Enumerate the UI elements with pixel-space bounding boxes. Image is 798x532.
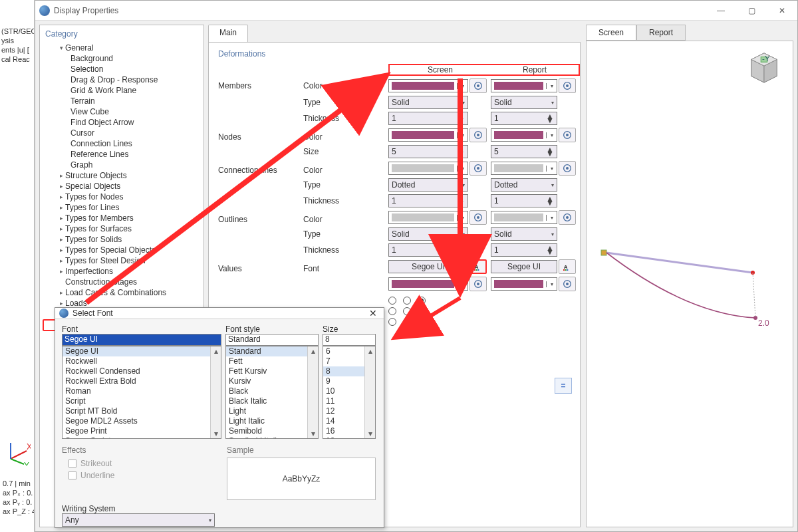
- out-color-screen[interactable]: ▾: [388, 211, 468, 224]
- tree-dragdrop[interactable]: Drag & Drop - Response: [43, 74, 203, 85]
- list-item[interactable]: Light Italic: [226, 416, 318, 426]
- tree-cursor[interactable]: Cursor: [43, 128, 203, 138]
- list-item[interactable]: Fett Kursiv: [226, 366, 318, 376]
- tree-structobj[interactable]: ▸Structure Objects: [43, 170, 203, 181]
- values-font-screen[interactable]: Segoe UI: [388, 260, 468, 273]
- list-item[interactable]: Black Italic: [226, 396, 318, 406]
- strikeout-checkbox[interactable]: Strikeout: [68, 458, 215, 469]
- list-item[interactable]: Semibold: [226, 426, 318, 436]
- out-type-report[interactable]: Solid▾: [491, 227, 557, 241]
- out-thick-screen[interactable]: 1▲▼: [388, 243, 468, 257]
- visibility-icon[interactable]: [559, 277, 576, 291]
- underline-checkbox[interactable]: Underline: [68, 469, 215, 481]
- tree-terrain[interactable]: Terrain: [43, 96, 203, 106]
- visibility-icon[interactable]: [469, 277, 487, 291]
- style-list[interactable]: StandardFettFett KursivKursivBlackBlack …: [225, 346, 319, 439]
- conn-color-report[interactable]: ▾: [491, 162, 557, 175]
- tree-tsolids[interactable]: ▸Types for Solids: [43, 234, 203, 245]
- list-item[interactable]: Standard: [226, 346, 318, 356]
- minimize-button[interactable]: —: [706, 1, 736, 21]
- list-item[interactable]: Kursiv: [226, 376, 318, 386]
- list-item[interactable]: Roman: [63, 386, 221, 396]
- radio-row-1-screen[interactable]: [388, 297, 426, 305]
- members-type-report[interactable]: Solid▾: [491, 96, 557, 109]
- font-list[interactable]: Segoe UIRockwellRockwell CondensedRockwe…: [62, 346, 221, 439]
- conn-type-screen[interactable]: Dotted▾: [388, 178, 468, 192]
- tree-general[interactable]: ▾General: [43, 43, 203, 53]
- values-color-report[interactable]: ▾: [491, 277, 557, 291]
- tree-tmembers[interactable]: ▸Types for Members: [43, 213, 203, 223]
- tree-specobj[interactable]: ▸Special Objects: [43, 181, 203, 192]
- font-name-input[interactable]: Segoe UI: [62, 334, 221, 346]
- tree-selection[interactable]: Selection: [43, 64, 203, 74]
- list-item[interactable]: Segoe Script: [63, 436, 221, 439]
- tree-background[interactable]: Background: [43, 53, 203, 64]
- tree-cstages[interactable]: Construction Stages: [43, 277, 203, 287]
- members-color-screen[interactable]: ▾: [388, 79, 468, 92]
- values-font-report[interactable]: Segoe UI: [491, 260, 557, 273]
- members-thick-report[interactable]: 1▲▼: [491, 112, 557, 125]
- list-item[interactable]: Segoe MDL2 Assets: [63, 416, 221, 426]
- view-cube-icon[interactable]: -Y: [745, 51, 783, 84]
- members-thick-screen[interactable]: 1▲▼: [388, 112, 468, 125]
- list-item[interactable]: Segoe Print: [63, 426, 221, 436]
- list-item[interactable]: Semibold Italic: [226, 436, 318, 439]
- list-item[interactable]: Script MT Bold: [63, 406, 221, 416]
- visibility-icon[interactable]: [469, 78, 487, 93]
- nodes-color-report[interactable]: ▾: [491, 128, 557, 142]
- conn-thick-report[interactable]: 1▲▼: [491, 194, 557, 207]
- tree-tsurfaces[interactable]: ▸Types for Surfaces: [43, 223, 203, 234]
- visibility-icon[interactable]: [469, 161, 487, 176]
- list-item[interactable]: Rockwell: [63, 356, 221, 366]
- conn-type-report[interactable]: Dotted▾: [491, 178, 557, 192]
- close-button[interactable]: ✕: [767, 1, 797, 21]
- members-type-screen[interactable]: Solid▾: [388, 96, 468, 109]
- tab-main[interactable]: Main: [208, 25, 248, 42]
- conn-thick-screen[interactable]: 1▲▼: [388, 194, 468, 207]
- sync-button[interactable]: =: [555, 378, 572, 394]
- tree-tspecobj[interactable]: ▸Types for Special Objects: [43, 245, 203, 255]
- visibility-icon[interactable]: [469, 210, 487, 225]
- out-type-screen[interactable]: Solid▾: [388, 227, 468, 241]
- tree-loadcases[interactable]: ▸Load Cases & Combinations: [43, 287, 203, 298]
- tree-reflines[interactable]: Reference Lines: [43, 149, 203, 160]
- font-size-input[interactable]: 8: [323, 334, 376, 346]
- nodes-size-screen[interactable]: 5▲▼: [388, 145, 468, 158]
- list-item[interactable]: Light: [226, 406, 318, 416]
- visibility-icon[interactable]: [559, 78, 576, 93]
- tree-connlines[interactable]: Connection Lines: [43, 138, 203, 149]
- nodes-size-report[interactable]: 5▲▼: [491, 145, 557, 158]
- writing-system-combo[interactable]: Any▾: [62, 513, 215, 527]
- list-item[interactable]: Rockwell Condensed: [63, 366, 221, 376]
- tree-findobj[interactable]: Find Object Arrow: [43, 117, 203, 128]
- tree-graph[interactable]: Graph: [43, 160, 203, 170]
- radio-row-2-screen[interactable]: [388, 307, 426, 315]
- nodes-color-screen[interactable]: ▾: [388, 128, 468, 142]
- preview-tab-screen[interactable]: Screen: [586, 25, 636, 41]
- close-button[interactable]: ✕: [362, 308, 384, 319]
- tree-tnodes[interactable]: ▸Types for Nodes: [43, 192, 203, 202]
- out-color-report[interactable]: ▾: [491, 211, 557, 224]
- members-color-report[interactable]: ▾: [491, 79, 557, 92]
- tree-imperf[interactable]: ▸Imperfections: [43, 266, 203, 277]
- font-button-screen[interactable]: A: [469, 259, 487, 274]
- visibility-icon[interactable]: [559, 210, 576, 225]
- visibility-icon[interactable]: [469, 128, 487, 142]
- font-style-input[interactable]: Standard: [225, 334, 319, 346]
- size-list[interactable]: 6789101112141618▴▾: [323, 346, 376, 439]
- list-item[interactable]: Script: [63, 396, 221, 406]
- preview-tab-report[interactable]: Report: [636, 25, 686, 41]
- tree-viewcube[interactable]: View Cube: [43, 106, 203, 117]
- list-item[interactable]: Black: [226, 386, 318, 396]
- tree-grid[interactable]: Grid & Work Plane: [43, 85, 203, 96]
- radio-row-3-screen[interactable]: [388, 318, 426, 326]
- list-item[interactable]: Rockwell Extra Bold: [63, 376, 221, 386]
- visibility-icon[interactable]: [559, 161, 576, 176]
- visibility-icon[interactable]: [559, 128, 576, 142]
- list-item[interactable]: Fett: [226, 356, 318, 366]
- maximize-button[interactable]: ▢: [736, 1, 767, 21]
- font-button-report[interactable]: A: [559, 259, 576, 274]
- tree-tlines[interactable]: ▸Types for Lines: [43, 202, 203, 213]
- out-thick-report[interactable]: 1▲▼: [491, 243, 557, 257]
- tree-tsteel[interactable]: ▸Types for Steel Design: [43, 255, 203, 266]
